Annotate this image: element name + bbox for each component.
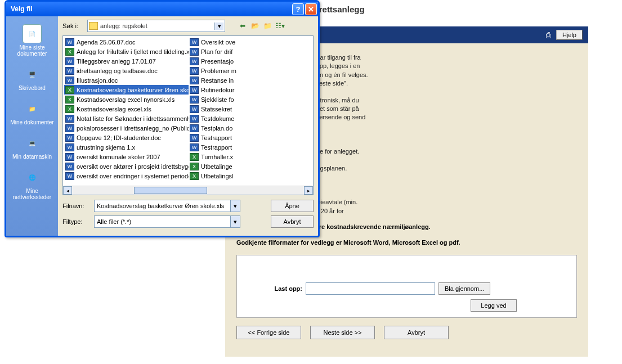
filename-input[interactable]: Kostnadsoverslag basketkurver Øren skole… [94,200,240,212]
scroll-left-icon[interactable]: ◂ [63,186,72,195]
help-button[interactable]: Hjelp [556,30,583,40]
scroll-thumb[interactable] [134,187,207,194]
file-name: oversikt over endringer i systemet perio… [77,173,189,179]
file-item[interactable]: Woversikt over endringer i systemet peri… [64,171,189,181]
file-item[interactable]: Woversikt over aktører i prosjekt idrett… [64,161,189,171]
file-item[interactable]: WOversikt ove [189,37,313,47]
excel-file-icon: X [65,48,74,56]
file-item[interactable]: Woversikt komunale skoler 2007 [64,152,189,161]
file-name: Testrapport [201,144,232,151]
word-file-icon: W [65,153,74,161]
place-desktop[interactable]: 🖥️ Skrivebord [10,62,55,93]
file-name: Testplan.do [201,125,232,132]
file-item[interactable]: Wutrustning skjema 1.x [64,142,189,152]
excel-file-icon: X [190,163,199,170]
file-list[interactable]: WAgenda 25.06.07.docXAnlegg for frilufts… [62,35,314,195]
file-item[interactable]: WPlan for drif [189,47,313,56]
file-name: Turnhaller.x [201,154,233,160]
file-item[interactable]: XUtbetalingsl [189,171,313,181]
open-button[interactable]: Åpne [271,200,314,212]
place-label: Skrivebord [19,85,46,91]
place-recent[interactable]: 📄 Mine siste dokumenter [10,22,55,59]
file-item[interactable]: WTestrapport [189,133,313,142]
file-item[interactable]: XTurnhaller.x [189,152,313,161]
file-item[interactable]: Widrettsanlegg og testbase.doc [64,66,189,75]
file-name: Notat liste for Søknader i idrettssammen… [77,115,189,122]
browse-button[interactable]: Bla gjennom... [438,282,490,295]
word-file-icon: W [65,143,74,151]
file-item[interactable]: WProblemer m [189,66,313,75]
file-item[interactable]: WOppgave 12; IDI-studenter.doc [64,133,189,142]
file-item[interactable]: WIllustrasjon.doc [64,75,189,85]
attach-button[interactable]: Legg ved [471,299,517,312]
word-file-icon: W [65,115,74,123]
new-folder-icon[interactable]: 📁 [262,21,272,31]
word-file-icon: W [190,48,199,56]
file-name: Rutinedokur [201,87,234,93]
chevron-down-icon[interactable]: ▾ [230,216,240,227]
views-icon[interactable]: ☷▾ [275,21,285,31]
cancel-button[interactable]: Avbryt [271,215,314,228]
folder-icon [89,22,98,30]
filename-label: Filnavn: [62,203,90,209]
file-name: Utbetalinge [201,163,232,170]
file-name: Agenda 25.06.07.doc [77,39,136,46]
print-icon[interactable]: ⎙ [546,30,551,39]
file-item[interactable]: WPresentasjo [189,56,313,66]
word-file-icon: W [65,172,74,180]
file-name: Kostnadsoverslag excel.xls [77,106,151,113]
file-name: Kostnadsoverslag basketkurver Øren skole… [77,87,189,93]
lookin-combo[interactable]: anlegg: rugskolet ▾ [87,20,225,32]
places-bar: 📄 Mine siste dokumenter 🖥️ Skrivebord 📁 … [6,16,58,236]
file-item[interactable]: Wpokalprosesser i idrettsanlegg_no (Publ… [64,123,189,133]
lookin-label: Søk i: [62,23,85,29]
file-item[interactable]: WRutinedokur [189,85,313,95]
chevron-down-icon[interactable]: ▾ [214,23,223,30]
prev-page-button[interactable]: << Forrige side [236,326,301,339]
file-item[interactable]: WTestrapport [189,142,313,152]
place-label: Mine dokumenter [10,119,53,125]
dialog-help-button[interactable]: ? [292,3,304,15]
file-item[interactable]: WTestdokume [189,114,313,123]
file-item[interactable]: WStatssekret [189,104,313,114]
place-network[interactable]: 🌐 Mine nettverkssteder [10,165,55,203]
upload-input[interactable] [306,282,435,295]
file-item[interactable]: XKostnadsoverslag excel.xls [64,104,189,114]
up-folder-icon[interactable]: 📂 [250,21,260,31]
filetype-combo[interactable]: Alle filer (*.*) ▾ [94,215,240,228]
word-file-icon: W [65,163,74,170]
word-file-icon: W [190,86,199,94]
file-item[interactable]: WNotat liste for Søknader i idrettssamme… [64,114,189,123]
word-file-icon: W [65,38,74,46]
place-mydocs[interactable]: 📁 Mine dokumenter [10,97,55,128]
file-item[interactable]: XAnlegg for friluftsliv i fjellet med ti… [64,47,189,56]
file-item[interactable]: WRestanse in [189,75,313,85]
cancel-page-button[interactable]: Avbryt [384,326,449,339]
chevron-down-icon[interactable]: ▾ [230,200,240,212]
filetype-label: Filtype: [62,218,90,225]
file-name: Testdokume [201,115,234,122]
file-item[interactable]: WSjekkliste fo [189,95,313,104]
horizontal-scrollbar[interactable]: ◂ ▸ [63,186,313,195]
back-icon[interactable]: ⬅ [238,21,248,31]
word-file-icon: W [190,143,199,151]
file-item[interactable]: XUtbetalinge [189,161,313,171]
file-item[interactable]: WTilleggsbrev anlegg 17.01.07 [64,56,189,66]
file-name: Plan for drif [201,48,232,55]
place-label: Min datamaskin [12,154,52,160]
dialog-close-button[interactable]: ✕ [305,3,317,15]
file-item[interactable]: XKostnadsoverslag basketkurver Øren skol… [64,85,189,95]
scroll-right-icon[interactable]: ▸ [304,186,313,195]
place-computer[interactable]: 💻 Min datamaskin [10,131,55,162]
file-item[interactable]: XKostnadsoverslag excel nynorsk.xls [64,95,189,104]
excel-file-icon: X [190,172,199,180]
file-name: Tilleggsbrev anlegg 17.01.07 [77,58,156,65]
file-open-dialog: Velg fil ? ✕ 📄 Mine siste dokumenter 🖥️ … [5,0,320,237]
word-file-icon: W [190,38,199,46]
file-item[interactable]: WTestplan.do [189,123,313,133]
next-page-button[interactable]: Neste side >> [310,326,375,339]
word-file-icon: W [190,96,199,104]
file-name: Oppgave 12; IDI-studenter.doc [77,134,161,141]
file-item[interactable]: WAgenda 25.06.07.doc [64,37,189,47]
file-name: oversikt over aktører i prosjekt idretts… [77,163,189,170]
